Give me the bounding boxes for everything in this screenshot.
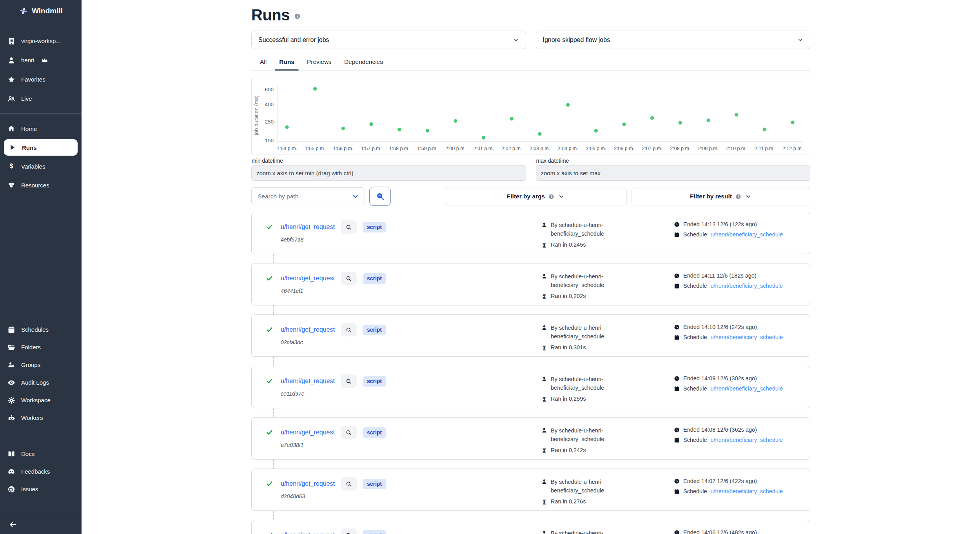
run-timing-info: Ended 14:06 12/6 (482s ago)Scheduleu/hen… [674,529,802,534]
sidebar-item-live[interactable]: Live [0,89,82,108]
sidebar-item-groups[interactable]: Groups [0,356,82,374]
collapse-sidebar-button[interactable] [0,515,82,534]
sidebar-item-label: Schedules [21,326,49,333]
chevron-down-icon [797,36,804,44]
run-timing-info: Ended 14:10 12/6 (242s ago)Scheduleu/hen… [674,323,802,356]
data-point [594,129,598,133]
run-card[interactable]: u/henri/get_requestscript02cfa3dcBy sche… [251,314,810,357]
run-path-link[interactable]: u/henri/get_request [281,275,335,282]
sidebar-item-feedbacks[interactable]: Feedbacks [0,463,82,480]
tab-dependencies[interactable]: Dependencies [338,54,389,70]
inspect-run-button[interactable] [341,529,357,534]
sidebar-item-workers[interactable]: Workers [0,409,82,427]
data-point [706,118,710,122]
svg-text:1:55 p.m.: 1:55 p.m. [305,146,325,151]
inspect-run-button[interactable] [341,477,357,490]
info-icon[interactable] [294,13,301,20]
run-card[interactable]: u/henri/get_requestscriptce11d97eBy sche… [251,366,810,408]
sidebar-item-home[interactable]: Home [0,119,82,138]
svg-text:2:09 p.m.: 2:09 p.m. [698,146,719,151]
sidebar-item-variables[interactable]: $Variables [0,157,82,176]
data-point [735,113,738,116]
run-connector [273,357,810,366]
discord-icon [7,468,15,476]
svg-text:2:05 p.m.: 2:05 p.m. [586,146,606,151]
sidebar-item-runs[interactable]: Runs [4,139,78,156]
dollar-icon: $ [7,162,15,170]
flow-filter-select[interactable]: Ignore skipped flow jobs [536,31,811,49]
min-datetime-input[interactable]: zoom x axis to set min (drag with ctrl) [251,165,526,181]
hourglass-icon [541,448,547,454]
svg-text:2:12 p.m.: 2:12 p.m. [782,146,803,151]
run-card[interactable]: u/henri/get_requestscript4ebf67a8By sche… [251,212,810,254]
sidebar-item-label: Docs [21,450,34,457]
run-card[interactable]: u/henri/get_requestscripta7e038f1By sche… [251,417,810,460]
inspect-run-button[interactable] [341,426,357,439]
sidebar-item-schedules[interactable]: Schedules [0,321,82,338]
schedule-link[interactable]: u/henri/beneficiary_schedule [710,488,783,494]
job-kind-badge: script [363,479,386,489]
github-icon [7,485,15,493]
data-point [650,116,654,120]
run-card[interactable]: u/henri/get_requestscriptBy schedule-u-h… [251,520,810,534]
sidebar-item-virgin-worksp[interactable]: virgin-worksp... [0,31,82,51]
inspect-run-button[interactable] [341,272,357,285]
schedule-link[interactable]: u/henri/beneficiary_schedule [710,437,783,443]
run-trigger-info: By schedule-u-henri-beneficiary_schedule [541,529,674,534]
svg-text:2:02 p.m.: 2:02 p.m. [501,146,522,151]
run-path-link[interactable]: u/henri/get_request [281,326,335,333]
scatter-plot[interactable]: 150250400600job duration (ms)1:54 p.m.1:… [252,78,810,154]
job-duration-chart[interactable]: 150250400600job duration (ms)1:54 p.m.1:… [251,78,810,154]
ended-at-text: Ended 14:09 12/6 (302s ago) [683,375,757,381]
run-card[interactable]: u/henri/get_requestscript46441cf1By sche… [251,263,810,305]
run-id: a7e038f1 [281,442,386,448]
sidebar-item-resources[interactable]: Resources [0,176,82,194]
run-summary: u/henri/get_requestscript46441cf1 [266,272,541,305]
tab-all[interactable]: All [254,54,273,70]
sidebar-item-issues[interactable]: Issues [0,480,82,498]
schedule-label: Schedule [683,437,707,443]
schedule-link[interactable]: u/henri/beneficiary_schedule [710,385,783,392]
run-timing-info: Ended 14:09 12/6 (302s ago)Scheduleu/hen… [674,374,802,408]
sidebar-item-favorites[interactable]: Favorites [0,70,82,89]
sidebar-item-label: Favorites [21,76,45,83]
search-by-path-select[interactable]: Search by path [251,187,365,205]
sidebar-item-audit-logs[interactable]: Audit Logs [0,374,82,391]
ended-at-text: Ended 14:12 12/6 (122s ago) [683,221,757,227]
schedule-link[interactable]: u/henri/beneficiary_schedule [710,283,783,289]
sidebar-item-label: virgin-worksp... [21,38,61,44]
inspect-run-button[interactable] [341,220,357,234]
data-point [426,129,429,133]
filter-by-args-button[interactable]: Filter by args [445,187,627,205]
run-path-link[interactable]: u/henri/get_request [281,532,335,534]
sidebar-item-folders[interactable]: Folders [0,338,82,356]
run-timing-info: Ended 14:07 12/6 (422s ago)Scheduleu/hen… [674,477,802,510]
home-icon [7,125,15,133]
sidebar-item-docs[interactable]: Docs [0,445,82,463]
tab-runs[interactable]: Runs [273,54,301,70]
sidebar-item-henri[interactable]: henri [0,51,82,70]
run-id: 46441cf1 [281,288,386,294]
schedule-link[interactable]: u/henri/beneficiary_schedule [710,231,783,238]
search-button[interactable] [369,187,391,206]
clock-icon [674,376,680,381]
sidebar-item-label: Workspace [21,397,51,403]
inspect-run-button[interactable] [341,374,357,388]
run-path-link[interactable]: u/henri/get_request [281,223,335,231]
svg-text:2:04 p.m.: 2:04 p.m. [558,146,578,151]
inspect-run-button[interactable] [341,323,357,336]
job-kind-select[interactable]: Successful and error jobs [251,31,526,49]
run-timing-info: Ended 14:12 12/6 (122s ago)Scheduleu/hen… [674,220,802,254]
max-datetime-input[interactable]: zoom x axis to set max [536,165,811,181]
schedule-link[interactable]: u/henri/beneficiary_schedule [710,334,783,340]
run-connector [273,408,810,417]
run-path-link[interactable]: u/henri/get_request [281,378,335,385]
run-path-link[interactable]: u/henri/get_request [281,480,335,487]
sidebar-item-workspace[interactable]: Workspace [0,391,82,409]
svg-text:2:07 p.m.: 2:07 p.m. [642,146,662,151]
filter-by-result-button[interactable]: Filter by result [632,187,810,205]
tab-previews[interactable]: Previews [301,54,338,70]
svg-text:2:06 p.m.: 2:06 p.m. [614,146,634,151]
run-path-link[interactable]: u/henri/get_request [281,429,335,436]
run-card[interactable]: u/henri/get_requestscriptd2048d63By sche… [251,469,810,511]
